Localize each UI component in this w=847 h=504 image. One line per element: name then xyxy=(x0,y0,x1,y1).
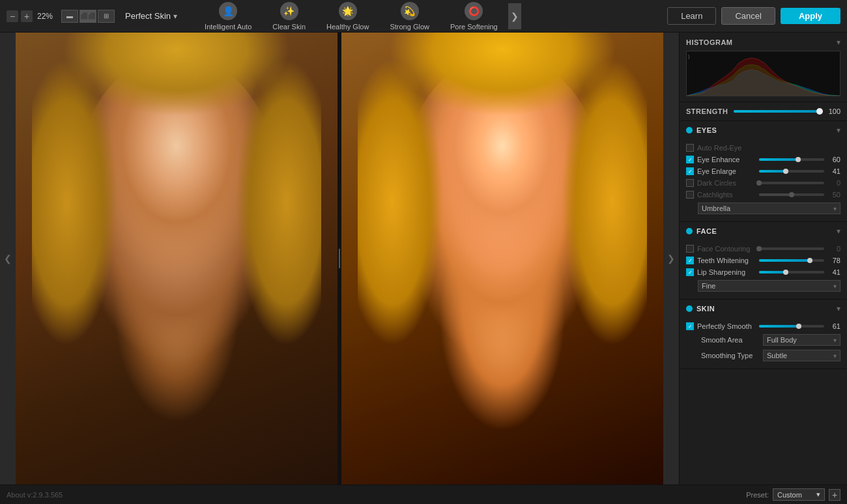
perfectly-smooth-thumb[interactable] xyxy=(796,324,801,329)
strength-thumb[interactable] xyxy=(816,108,823,115)
teeth-whitening-value: 78 xyxy=(827,257,840,264)
catchlights-dropdown[interactable]: Umbrella ▾ xyxy=(698,203,840,214)
original-image xyxy=(16,33,337,484)
canvas-left-arrow[interactable]: ❮ xyxy=(0,33,16,484)
presets-nav-arrow-right[interactable]: ❯ xyxy=(508,3,521,29)
face-contouring-checkbox[interactable] xyxy=(686,245,694,253)
preset-intelligent-auto[interactable]: 👤 Intelligent Auto xyxy=(194,0,262,33)
face-contouring-thumb[interactable] xyxy=(756,246,762,251)
lip-sharpening-track xyxy=(759,271,824,273)
eye-enhance-slider[interactable] xyxy=(759,158,824,161)
catchlights-dropdown-row: Umbrella ▾ xyxy=(686,201,840,216)
eye-enlarge-slider[interactable] xyxy=(759,170,824,173)
eyes-section: EYES ▾ Auto Red-Eye Eye Enhance xyxy=(680,121,847,222)
catchlights-checkbox[interactable] xyxy=(686,191,694,199)
face-content: Face Contouring 0 Teeth Whitening xyxy=(680,240,847,299)
preset-clear-skin[interactable]: ✨ Clear Skin xyxy=(262,0,316,33)
preset-healthy-glow[interactable]: 🌟 Healthy Glow xyxy=(316,0,379,33)
eye-enhance-thumb[interactable] xyxy=(796,157,801,162)
strong-glow-icon: 💫 xyxy=(401,2,419,20)
face-collapse-arrow[interactable]: ▾ xyxy=(837,227,840,236)
smooth-area-dropdown[interactable]: Full Body ▾ xyxy=(763,334,840,346)
dark-circles-value: 0 xyxy=(827,179,840,187)
strength-slider[interactable] xyxy=(734,110,820,113)
zoom-minus-button[interactable]: − xyxy=(7,10,18,22)
zoom-plus-button[interactable]: + xyxy=(21,10,33,22)
preset-selector[interactable]: Perfect Skin ▾ xyxy=(125,11,177,21)
view-single-button[interactable]: ▬ xyxy=(61,10,78,23)
skin-collapse-arrow[interactable]: ▾ xyxy=(837,304,840,313)
face-contouring-value: 0 xyxy=(827,245,840,253)
apply-button[interactable]: Apply xyxy=(781,8,840,24)
canvas-right-arrow[interactable]: ❯ xyxy=(663,33,679,484)
preset-label: Perfect Skin xyxy=(125,11,171,21)
teeth-whitening-slider[interactable] xyxy=(759,259,824,262)
preset-intelligent-auto-label: Intelligent Auto xyxy=(205,23,251,31)
view-split-button[interactable]: ⬛⬛ xyxy=(79,10,96,23)
lip-sharpening-slider[interactable] xyxy=(759,271,824,273)
smooth-area-value: Full Body xyxy=(767,336,797,344)
preset-pore-softening-label: Pore Softening xyxy=(450,23,498,31)
preset-pore-softening[interactable]: ⭕ Pore Softening xyxy=(440,0,508,33)
eye-enlarge-thumb[interactable] xyxy=(783,169,788,174)
teeth-whitening-row: Teeth Whitening 78 xyxy=(686,255,840,266)
catchlights-thumb[interactable] xyxy=(789,192,794,197)
smooth-area-row: Smooth Area Full Body ▾ xyxy=(686,332,840,348)
skin-header[interactable]: SKIN ▾ xyxy=(680,300,847,318)
lip-sharpening-thumb[interactable] xyxy=(783,270,788,275)
smoothing-type-dropdown[interactable]: Subtle ▾ xyxy=(763,350,840,361)
preset-strong-glow-label: Strong Glow xyxy=(390,23,429,31)
top-right-buttons: Learn Cancel Apply xyxy=(667,7,840,25)
preset-strong-glow[interactable]: 💫 Strong Glow xyxy=(379,0,440,33)
preset-row: Preset: Custom ▾ + xyxy=(746,488,840,501)
svg-text:): ) xyxy=(688,53,690,59)
teeth-whitening-track xyxy=(759,259,824,262)
histogram-chart: ) xyxy=(687,51,840,96)
strength-track xyxy=(734,110,820,113)
eye-enlarge-fill xyxy=(759,170,786,173)
teeth-whitening-checkbox[interactable] xyxy=(686,257,694,264)
catchlights-row: Catchlights 50 xyxy=(686,189,840,201)
dark-circles-checkbox[interactable] xyxy=(686,179,694,187)
perfectly-smooth-slider[interactable] xyxy=(759,325,824,328)
eye-enhance-checkbox[interactable] xyxy=(686,156,694,163)
cancel-button[interactable]: Cancel xyxy=(721,7,775,25)
smooth-area-dropdown-arrow: ▾ xyxy=(833,337,837,344)
preset-add-button[interactable]: + xyxy=(829,489,840,501)
dark-circles-slider[interactable] xyxy=(759,182,824,184)
auto-red-eye-label: Auto Red-Eye xyxy=(697,144,756,152)
smooth-area-label: Smooth Area xyxy=(701,336,760,344)
preset-dropdown-chevron: ▾ xyxy=(816,490,820,499)
eyes-header[interactable]: EYES ▾ xyxy=(680,121,847,139)
eye-enhance-track xyxy=(759,158,824,161)
right-panel: HISTOGRAM ▾ ) STRENGTH xyxy=(679,33,847,484)
preset-selector-dropdown[interactable]: Custom ▾ xyxy=(773,488,825,501)
face-header[interactable]: FACE ▾ xyxy=(680,222,847,240)
perfectly-smooth-label: Perfectly Smooth xyxy=(697,322,756,330)
view-grid-button[interactable]: ⊞ xyxy=(98,10,115,23)
auto-red-eye-checkbox[interactable] xyxy=(686,144,694,152)
catchlights-slider[interactable] xyxy=(759,193,824,196)
top-bar: − + 22% ▬ ⬛⬛ ⊞ Perfect Skin ▾ 👤 Intellig… xyxy=(0,0,847,33)
eye-enlarge-label: Eye Enlarge xyxy=(697,167,756,175)
intelligent-auto-icon: 👤 xyxy=(219,2,237,20)
clear-skin-icon: ✨ xyxy=(280,2,298,20)
histogram-collapse-arrow[interactable]: ▾ xyxy=(837,38,840,47)
strength-label: STRENGTH xyxy=(686,107,728,115)
lip-sharpening-row: Lip Sharpening 41 xyxy=(686,266,840,278)
eyes-collapse-arrow[interactable]: ▾ xyxy=(837,126,840,135)
perfectly-smooth-track xyxy=(759,325,824,328)
dark-circles-thumb[interactable] xyxy=(756,180,762,186)
view-buttons: ▬ ⬛⬛ ⊞ xyxy=(61,10,115,23)
preset-dropdown-arrow[interactable]: ▾ xyxy=(173,12,177,21)
eye-enlarge-checkbox[interactable] xyxy=(686,167,694,175)
catchlights-dropdown-value: Umbrella xyxy=(702,204,730,212)
lip-sharpening-dropdown[interactable]: Fine ▾ xyxy=(698,280,840,292)
perfectly-smooth-checkbox[interactable] xyxy=(686,322,694,330)
dark-circles-track xyxy=(759,182,824,184)
lip-sharpening-checkbox[interactable] xyxy=(686,268,694,276)
teeth-whitening-label: Teeth Whitening xyxy=(697,257,756,264)
teeth-whitening-thumb[interactable] xyxy=(807,258,812,263)
learn-button[interactable]: Learn xyxy=(667,7,716,25)
face-contouring-slider[interactable] xyxy=(759,247,824,250)
